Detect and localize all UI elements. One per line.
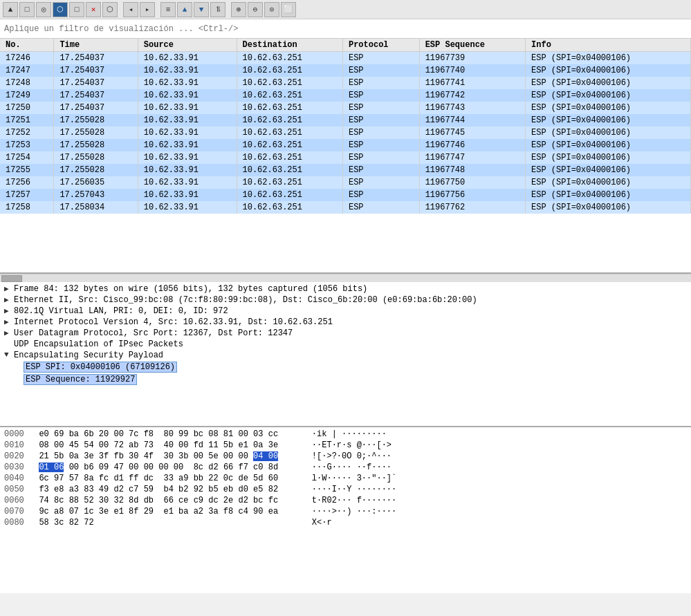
table-cell: 10.62.33.91 [138,127,237,139]
toolbar-btn-swap[interactable]: ⥮ [210,2,225,17]
hex-ascii: ·ik | ········· [295,429,386,439]
table-cell: ESP (SPI=0x04000106) [526,64,691,77]
table-cell: 17247 [0,64,54,77]
table-cell: 11967762 [419,201,525,214]
table-row[interactable]: 1725817.25803410.62.33.9110.62.63.251ESP… [0,201,691,214]
table-cell: ESP [342,89,419,102]
detail-row[interactable]: UDP Encapsulation of IPsec Packets [4,339,687,350]
table-cell: 17.257043 [54,189,138,201]
hex-highlight: 01 06 [39,463,64,472]
detail-row[interactable]: ESP Sequence: 11929927 [4,373,687,386]
toolbar-btn-2[interactable]: □ [19,2,35,17]
detail-text: 802.1Q Virtual LAN, PRI: 0, DEI: 0, ID: … [14,306,228,316]
hex-bytes: 21 5b 0a 3e 3f fb 30 4f 30 3b 00 5e 00 0… [39,451,295,461]
detail-row[interactable]: ▼Encapsulating Security Payload [4,350,687,361]
toolbar: ▲ □ ◎ ⬡ □ ✕ ⬡ ◂ ▸ ≡ ▲ ▼ ⥮ ⊕ ⊖ ⊙ ⬜ [0,0,691,19]
detail-row[interactable]: ESP SPI: 0x04000106 (67109126) [4,361,687,373]
table-cell: ESP [342,102,419,114]
table-cell: 11967741 [419,77,525,89]
toolbar-btn-forward[interactable]: ▸ [140,2,155,17]
table-cell: 11967745 [419,127,525,139]
toolbar-btn-down[interactable]: ▼ [194,2,209,17]
table-cell: 17251 [0,114,54,127]
table-row[interactable]: 1724617.25403710.62.33.9110.62.63.251ESP… [0,52,691,65]
detail-row[interactable]: ▶Frame 84: 132 bytes on wire (1056 bits)… [4,283,687,295]
table-row[interactable]: 1724817.25403710.62.33.9110.62.63.251ESP… [0,77,691,89]
table-cell: ESP [342,151,419,164]
packet-table-wrap: No. Time Source Destination Protocol ESP… [0,39,691,274]
table-cell: ESP [342,114,419,127]
detail-row[interactable]: ▶User Datagram Protocol, Src Port: 12367… [4,328,687,339]
table-cell: 17257 [0,189,54,201]
table-cell: ESP [342,127,419,139]
table-row[interactable]: 1724917.25403710.62.33.9110.62.63.251ESP… [0,89,691,102]
table-cell: ESP (SPI=0x04000106) [526,151,691,164]
table-row[interactable]: 1725617.25603510.62.33.9110.62.63.251ESP… [0,176,691,189]
toolbar-btn-back[interactable]: ◂ [123,2,138,17]
toolbar-btn-up[interactable]: ▲ [177,2,192,17]
table-cell: 10.62.63.251 [237,164,342,176]
toolbar-btn-grid[interactable]: ⬜ [281,2,296,17]
toolbar-btn-zoom-in[interactable]: ⊕ [231,2,246,17]
toolbar-btn-zoom-fit[interactable]: ⊙ [264,2,279,17]
table-cell: 10.62.63.251 [237,151,342,164]
table-cell: ESP [342,139,419,151]
table-cell: 17.255028 [54,139,138,151]
detail-arrow-icon: ▶ [4,306,11,315]
toolbar-btn-6[interactable]: ✕ [86,2,101,17]
table-row[interactable]: 1725417.25502810.62.33.9110.62.63.251ESP… [0,151,691,164]
hex-highlight: 04 00 [253,451,278,461]
filter-input[interactable] [4,24,687,34]
detail-row[interactable]: ▶Ethernet II, Src: Cisco_99:bc:08 (7c:f8… [4,295,687,306]
table-cell: 11967756 [419,189,525,201]
hex-offset: 0040 [4,474,39,483]
table-cell: 10.62.63.251 [237,189,342,201]
table-cell: 10.62.33.91 [138,64,237,77]
detail-row[interactable]: ▶Internet Protocol Version 4, Src: 10.62… [4,317,687,328]
hex-ascii: ···G···· ··f···· [295,463,391,472]
hex-row: 0070 9c a8 07 1c 3e e1 8f 29 e1 ba a2 3a… [4,506,687,517]
table-cell: 17252 [0,127,54,139]
hex-bytes: e0 69 ba 6b 20 00 7c f8 80 99 bc 08 81 0… [39,429,295,439]
table-cell: 10.62.33.91 [138,201,237,214]
table-cell: 11967742 [419,89,525,102]
detail-row[interactable]: ▶802.1Q Virtual LAN, PRI: 0, DEI: 0, ID:… [4,306,687,317]
table-cell: ESP (SPI=0x04000106) [526,139,691,151]
hex-offset: 0020 [4,451,39,461]
table-cell: 11967750 [419,176,525,189]
detail-text: UDP Encapsulation of IPsec Packets [14,339,183,349]
table-row[interactable]: 1725317.25502810.62.33.9110.62.63.251ESP… [0,139,691,151]
col-info: Info [526,39,691,52]
col-no: No. [0,39,54,52]
table-row[interactable]: 1725717.25704310.62.33.9110.62.63.251ESP… [0,189,691,201]
table-cell: 10.62.63.251 [237,89,342,102]
packet-table: No. Time Source Destination Protocol ESP… [0,39,691,214]
table-cell: 17.255028 [54,151,138,164]
scrollbar-thumb[interactable] [1,275,22,282]
toolbar-btn-4[interactable]: ⬡ [53,2,68,17]
toolbar-btn-filter[interactable]: ≡ [160,2,176,17]
table-cell: 10.62.63.251 [237,201,342,214]
toolbar-btn-1[interactable]: ▲ [3,2,18,17]
table-cell: ESP [342,77,419,89]
table-cell: ESP [342,189,419,201]
hex-ascii: ····>··) ···:···· [295,507,396,516]
table-header-row: No. Time Source Destination Protocol ESP… [0,39,691,52]
table-cell: 10.62.33.91 [138,77,237,89]
col-source: Source [138,39,237,52]
table-cell: 10.62.63.251 [237,139,342,151]
toolbar-btn-7[interactable]: ⬡ [102,2,118,17]
table-row[interactable]: 1725217.25502810.62.33.9110.62.63.251ESP… [0,127,691,139]
table-row[interactable]: 1725517.25502810.62.33.9110.62.63.251ESP… [0,164,691,176]
toolbar-btn-zoom-out[interactable]: ⊖ [248,2,263,17]
table-row[interactable]: 1725017.25403710.62.33.9110.62.63.251ESP… [0,102,691,114]
detail-text: Internet Protocol Version 4, Src: 10.62.… [14,317,333,327]
toolbar-btn-5[interactable]: □ [69,2,84,17]
horizontal-scrollbar[interactable] [0,274,691,282]
table-row[interactable]: 1724717.25403710.62.33.9110.62.63.251ESP… [0,64,691,77]
table-cell: 17249 [0,89,54,102]
hex-ascii: ··ET·r·s @···[·> [295,440,391,450]
toolbar-btn-3[interactable]: ◎ [36,2,51,17]
hex-row: 0050 f3 e8 a3 83 49 d2 c7 59 b4 b2 92 b5… [4,484,687,495]
table-row[interactable]: 1725117.25502810.62.33.9110.62.63.251ESP… [0,114,691,127]
